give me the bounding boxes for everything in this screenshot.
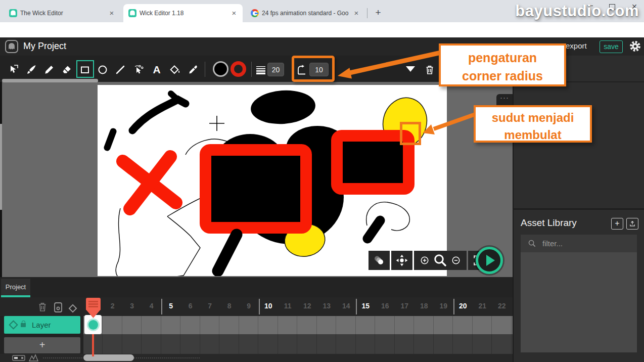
layer-row[interactable]: Layer [4, 316, 80, 334]
frame-number[interactable]: 19 [434, 302, 453, 310]
line-tool[interactable] [112, 62, 128, 78]
frame-number[interactable]: 3 [122, 302, 142, 310]
canvas-artwork [98, 85, 447, 276]
layer-frames-strip[interactable] [83, 316, 513, 334]
tab-24fps-search[interactable]: 24 fps animation standard - Goo × [246, 4, 365, 22]
frame-number[interactable]: 11 [278, 302, 297, 310]
stroke-width-input[interactable] [267, 63, 284, 76]
fill-bucket-tool[interactable] [167, 62, 183, 78]
play-icon [486, 255, 495, 266]
zoom-controls [414, 251, 467, 270]
google-favicon [251, 9, 259, 17]
export-button[interactable]: export [566, 41, 587, 50]
wick-logo[interactable] [5, 40, 18, 53]
stroke-color-swatch[interactable] [231, 61, 246, 77]
layer-outline-icon[interactable] [9, 320, 18, 329]
frame-number[interactable]: 10 [259, 302, 278, 310]
tab-wick-editor-118[interactable]: Wick Editor 1.18 × [123, 4, 243, 22]
zoom-out-icon[interactable] [451, 256, 461, 265]
keyframe-cell[interactable] [84, 315, 102, 334]
timeline-scrollbar-thumb[interactable] [83, 354, 134, 361]
zoom-in-icon[interactable] [420, 256, 429, 265]
asset-filter-row [521, 235, 637, 252]
frame-number[interactable]: 5 [161, 302, 180, 310]
eyedropper-tool[interactable] [185, 62, 201, 78]
asset-list[interactable] [521, 252, 637, 352]
keyframe-graph-icon[interactable] [28, 354, 40, 362]
rectangle-tool[interactable] [77, 62, 93, 78]
tab-close-icon[interactable]: × [352, 9, 361, 18]
frame-number[interactable]: 21 [473, 302, 492, 310]
frame-number[interactable]: 12 [298, 302, 317, 310]
frame-number[interactable]: 2 [103, 302, 122, 310]
ellipse-tool[interactable] [95, 62, 111, 78]
corner-radius-highlight-box [292, 56, 335, 82]
frame-number[interactable]: 4 [142, 302, 161, 310]
delete-frame-trash-icon[interactable] [36, 300, 49, 315]
tab-close-icon[interactable]: × [107, 9, 116, 18]
magnifier-icon[interactable] [433, 253, 448, 268]
path-cursor-tool[interactable] [130, 62, 147, 78]
wick-favicon [128, 9, 136, 17]
settings-gear-icon[interactable] [628, 39, 642, 55]
canvas-vertical-scroll-thumb[interactable] [0, 124, 2, 210]
frame-number[interactable]: 8 [220, 302, 239, 310]
pan-tool-button[interactable] [391, 251, 412, 270]
tab-project[interactable]: Project [1, 279, 30, 297]
play-button[interactable] [476, 247, 503, 274]
onion-skin-range-icon[interactable] [12, 354, 25, 362]
red-x-strokes[interactable] [123, 157, 176, 209]
wick-favicon [9, 9, 17, 17]
frame-number[interactable]: 13 [317, 302, 336, 310]
screen: The Wick Editor × Wick Editor 1.18 × 24 … [0, 0, 644, 362]
delete-trash-icon[interactable] [422, 62, 438, 78]
crosshair-cursor [209, 116, 224, 131]
red-black-rectangle-large[interactable] [206, 150, 306, 228]
add-tween-diamond-icon[interactable] [67, 302, 79, 316]
asset-filter-input[interactable] [541, 239, 624, 248]
empty-frames-area[interactable] [83, 334, 513, 354]
address-bar: ← → ☆ off G [0, 22, 644, 37]
fill-color-swatch[interactable] [213, 61, 228, 77]
onion-skin-button[interactable] [369, 251, 390, 270]
text-tool[interactable]: A [149, 62, 165, 78]
frame-number[interactable]: 18 [415, 302, 434, 310]
brush-tool[interactable] [23, 62, 39, 78]
frame-number[interactable]: 16 [376, 302, 395, 310]
frame-number[interactable]: 6 [181, 302, 200, 310]
save-button[interactable]: save [600, 40, 623, 53]
canvas-zoom-toolbar [369, 251, 489, 270]
upload-asset-button[interactable] [626, 218, 638, 230]
black-brush-strokes[interactable] [107, 94, 186, 148]
frame-number[interactable]: 14 [337, 302, 356, 310]
add-asset-button[interactable]: + [611, 218, 623, 230]
callout-line: corner radius [441, 67, 564, 85]
toolbar-dropdown-icon[interactable] [406, 66, 415, 72]
red-black-rectangle-small[interactable] [337, 136, 409, 189]
browser-tab-bar: The Wick Editor × Wick Editor 1.18 × 24 … [0, 0, 644, 22]
watermark: bayustudio.com [515, 2, 639, 20]
add-layer-button[interactable]: + [4, 337, 80, 353]
select-tool[interactable] [6, 62, 22, 78]
black-ellipse-top[interactable] [250, 88, 316, 126]
frame-number[interactable]: 17 [395, 302, 414, 310]
frame-number[interactable]: 20 [453, 302, 473, 310]
tab-close-icon[interactable]: × [229, 9, 239, 18]
frame-number[interactable]: 7 [200, 302, 219, 310]
frame-number[interactable]: 23 [512, 302, 513, 310]
frame-numbers[interactable]: 234567891011121314151617181920212223 [83, 297, 513, 316]
frame-number[interactable]: 9 [239, 302, 258, 310]
canvas-horizontal-scroll-thumb[interactable] [2, 79, 98, 82]
stroke-width-icon [253, 62, 269, 78]
layer-lock-icon[interactable] [21, 323, 26, 327]
frame-number[interactable]: 15 [356, 302, 375, 310]
callout-line: pengaturan [441, 49, 564, 67]
asset-library-title: Asset Library [521, 217, 577, 229]
copy-frame-icon[interactable] [53, 301, 64, 315]
eraser-tool[interactable] [59, 62, 75, 78]
frame-number[interactable]: 22 [492, 302, 512, 310]
tab-the-wick-editor[interactable]: The Wick Editor × [4, 4, 120, 22]
new-tab-button[interactable]: + [371, 6, 385, 20]
pencil-tool[interactable] [41, 62, 57, 78]
drawing-canvas[interactable] [98, 85, 447, 276]
